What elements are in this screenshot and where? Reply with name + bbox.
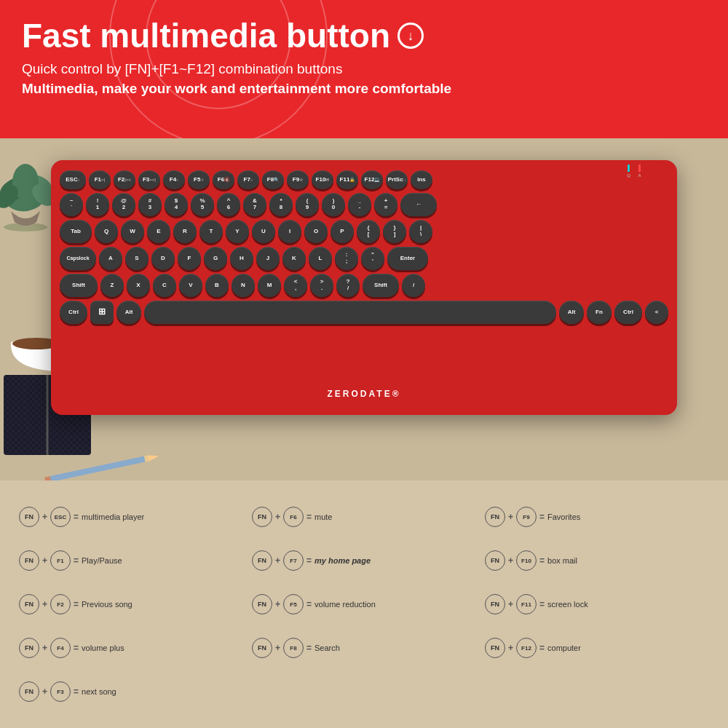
key-f4[interactable]: F4♪ bbox=[163, 170, 185, 189]
key-n[interactable]: N bbox=[232, 274, 255, 297]
key-f9[interactable]: F9☆ bbox=[287, 170, 309, 189]
key-x[interactable]: X bbox=[127, 274, 150, 297]
key-6[interactable]: ^6 bbox=[217, 193, 240, 216]
key-s[interactable]: S bbox=[125, 247, 149, 270]
shortcut-label: Favorites bbox=[547, 513, 580, 521]
key-k[interactable]: K bbox=[282, 247, 306, 270]
key-ctrl-left[interactable]: Ctrl bbox=[60, 301, 87, 324]
key-q[interactable]: Q bbox=[95, 220, 118, 243]
led-a: A bbox=[638, 165, 641, 179]
key-f[interactable]: F bbox=[178, 247, 201, 270]
key-quote[interactable]: "' bbox=[361, 247, 384, 270]
key-f7[interactable]: F7⌂ bbox=[237, 170, 259, 189]
key-semicolon[interactable]: :; bbox=[335, 247, 358, 270]
key-5[interactable]: %5 bbox=[191, 193, 214, 216]
key-e[interactable]: E bbox=[147, 220, 170, 243]
key-f5[interactable]: F5♬ bbox=[188, 170, 210, 189]
key-y[interactable]: Y bbox=[226, 220, 249, 243]
key-l[interactable]: L bbox=[309, 247, 332, 270]
key-tilde[interactable]: ~` bbox=[60, 193, 83, 216]
key-7[interactable]: &7 bbox=[243, 193, 266, 216]
key-2[interactable]: @2 bbox=[112, 193, 135, 216]
key-1[interactable]: !1 bbox=[86, 193, 109, 216]
key-enter[interactable]: Enter bbox=[387, 247, 428, 270]
function-key-badge: F8 bbox=[283, 638, 304, 658]
key-alt-left[interactable]: Alt bbox=[116, 301, 141, 324]
key-rbracket[interactable]: }] bbox=[383, 220, 406, 243]
key-comma[interactable]: <, bbox=[284, 274, 307, 297]
key-shift-left[interactable]: Shift bbox=[60, 274, 98, 297]
key-f1[interactable]: F1>| bbox=[89, 170, 111, 189]
key-f2[interactable]: F2|<< bbox=[114, 170, 135, 189]
key-d[interactable]: D bbox=[151, 247, 175, 270]
key-f8[interactable]: F8🔍 bbox=[262, 170, 284, 189]
shortcut-label: Search bbox=[314, 644, 340, 652]
key-h[interactable]: H bbox=[230, 247, 253, 270]
key-arrow[interactable]: < bbox=[645, 301, 668, 324]
key-f11[interactable]: F11🔒 bbox=[336, 170, 358, 189]
shortcut-item: FN + F5 = volume reduction bbox=[248, 582, 480, 626]
equals-sign: = bbox=[74, 687, 79, 697]
key-ins[interactable]: Ins bbox=[411, 170, 432, 189]
plus-sign: + bbox=[275, 555, 280, 566]
key-tab[interactable]: Tab bbox=[60, 220, 92, 243]
key-0[interactable]: )0 bbox=[322, 193, 345, 216]
key-prtsc[interactable]: PrtSc□ bbox=[386, 170, 408, 189]
key-backspace[interactable]: ← bbox=[400, 193, 437, 216]
key-a[interactable]: A bbox=[99, 247, 122, 270]
key-9[interactable]: (9 bbox=[296, 193, 319, 216]
key-j[interactable]: J bbox=[256, 247, 280, 270]
key-f6[interactable]: F6🔇 bbox=[213, 170, 234, 189]
key-lbracket[interactable]: {[ bbox=[357, 220, 380, 243]
function-key-badge: F3 bbox=[50, 681, 71, 702]
key-plus[interactable]: += bbox=[374, 193, 397, 216]
equals-sign: = bbox=[74, 555, 79, 566]
key-fn[interactable]: Fn bbox=[587, 301, 612, 324]
key-shift-right[interactable]: Shift bbox=[363, 274, 399, 297]
key-extra[interactable]: / bbox=[402, 274, 425, 297]
key-period[interactable]: >. bbox=[310, 274, 333, 297]
shortcut-item bbox=[480, 670, 713, 713]
key-b[interactable]: B bbox=[205, 274, 229, 297]
fn-key-badge: FN bbox=[252, 594, 272, 614]
key-i[interactable]: I bbox=[278, 220, 301, 243]
key-8[interactable]: *8 bbox=[269, 193, 293, 216]
key-t[interactable]: T bbox=[199, 220, 223, 243]
function-key-badge: F11 bbox=[516, 594, 537, 614]
key-alt-right[interactable]: Alt bbox=[559, 301, 584, 324]
qwerty-key-row: Tab Q W E R T Y U I O P {[ }] |\ bbox=[60, 220, 668, 243]
key-u[interactable]: U bbox=[252, 220, 275, 243]
key-g[interactable]: G bbox=[204, 247, 227, 270]
function-key-badge: F10 bbox=[516, 550, 537, 571]
key-z[interactable]: Z bbox=[100, 274, 124, 297]
key-3[interactable]: #3 bbox=[138, 193, 162, 216]
key-r[interactable]: R bbox=[173, 220, 197, 243]
key-m[interactable]: M bbox=[258, 274, 281, 297]
key-c[interactable]: C bbox=[153, 274, 176, 297]
fn-key-badge: FN bbox=[19, 681, 39, 702]
key-capslock[interactable]: Capslock bbox=[60, 247, 96, 270]
key-p[interactable]: P bbox=[331, 220, 354, 243]
shortcut-item: FN + F4 = volume plus bbox=[15, 626, 248, 670]
key-esc[interactable]: ESC♪ bbox=[60, 170, 86, 189]
key-space[interactable] bbox=[144, 301, 556, 324]
key-f10[interactable]: F10✉ bbox=[312, 170, 333, 189]
key-v[interactable]: V bbox=[179, 274, 202, 297]
key-backslash[interactable]: |\ bbox=[409, 220, 432, 243]
key-w[interactable]: W bbox=[121, 220, 144, 243]
key-slash[interactable]: ?/ bbox=[336, 274, 360, 297]
key-minus[interactable]: _- bbox=[348, 193, 371, 216]
key-ctrl-right[interactable]: Ctrl bbox=[614, 301, 642, 324]
key-4[interactable]: $4 bbox=[165, 193, 188, 216]
key-o[interactable]: O bbox=[304, 220, 328, 243]
equals-sign: = bbox=[74, 599, 79, 609]
number-key-row: ~` !1 @2 #3 $4 %5 ^6 &7 *8 (9 )0 _- += ← bbox=[60, 193, 668, 216]
shortcut-label: volume reduction bbox=[314, 600, 376, 609]
plus-sign: + bbox=[275, 512, 280, 522]
keyboard-wrapper: Q A ESC♪ F1>| F2|<< F3>>| F4♪ F5♬ F6🔇 bbox=[51, 160, 713, 444]
key-f12[interactable]: F12💻 bbox=[361, 170, 383, 189]
key-win[interactable]: ⊞ bbox=[90, 301, 114, 324]
bottom-key-row: Ctrl ⊞ Alt Alt Fn Ctrl < bbox=[60, 301, 668, 324]
function-key-badge: F2 bbox=[50, 594, 71, 614]
key-f3[interactable]: F3>>| bbox=[138, 170, 160, 189]
